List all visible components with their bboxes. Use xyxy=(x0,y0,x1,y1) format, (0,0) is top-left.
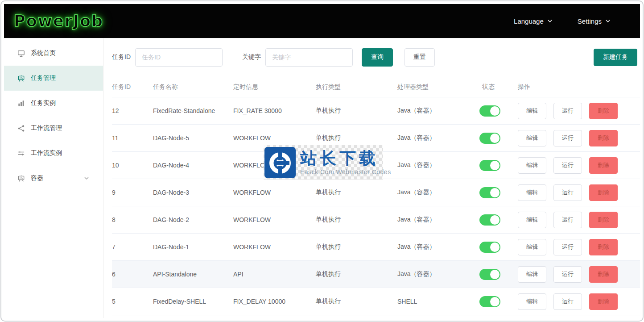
col-header-job-id: 任务ID xyxy=(112,83,153,91)
run-button[interactable]: 运行 xyxy=(553,212,582,228)
toggle-knob xyxy=(490,134,500,143)
new-job-button[interactable]: 新建任务 xyxy=(594,49,637,66)
toggle-knob xyxy=(490,161,500,170)
monitor-icon xyxy=(17,50,25,57)
language-label: Language xyxy=(514,17,544,25)
cell-job-name: DAG-Node-4 xyxy=(153,162,233,169)
sidebar-item-label: 任务实例 xyxy=(31,99,56,107)
chevron-down-icon xyxy=(84,176,89,181)
table-row: 12 FixedRate-Standalone FIX_RATE 30000 单… xyxy=(112,97,640,125)
cell-job-id: 6 xyxy=(112,271,153,278)
cell-exec-type: 单机执行 xyxy=(316,107,397,115)
col-header-status: 状态 xyxy=(482,83,518,91)
status-toggle[interactable] xyxy=(479,296,500,307)
delete-button[interactable]: 删除 xyxy=(589,212,618,228)
edit-button[interactable]: 编辑 xyxy=(518,212,546,228)
cell-exec-type: 单机执行 xyxy=(316,188,397,197)
cell-schedule: WORKFLOW xyxy=(233,243,316,251)
sidebar-item-home[interactable]: 系统首页 xyxy=(4,41,103,66)
delete-button[interactable]: 删除 xyxy=(589,239,618,255)
run-button[interactable]: 运行 xyxy=(553,293,582,310)
edit-button[interactable]: 编辑 xyxy=(518,130,546,146)
status-toggle[interactable] xyxy=(479,105,500,117)
sidebar-item-job-instances[interactable]: 任务实例 xyxy=(4,91,103,116)
top-header: PowerJob Language Settings xyxy=(4,4,640,38)
powerjob-logo: PowerJob xyxy=(14,12,103,30)
cell-processor-type: Java（容器） xyxy=(397,161,482,169)
sidebar-item-job-management[interactable]: 任务管理 xyxy=(4,66,103,91)
sidebar-item-label: 工作流管理 xyxy=(31,124,62,132)
cell-job-name: DAG-Node-1 xyxy=(153,243,233,251)
toggle-knob xyxy=(490,243,500,252)
cell-job-id: 12 xyxy=(112,107,153,114)
sidebar-item-workflow-instances[interactable]: 工作流实例 xyxy=(4,141,103,166)
settings-menu[interactable]: Settings xyxy=(578,17,611,25)
status-toggle[interactable] xyxy=(479,133,500,144)
table-row: 7 DAG-Node-1 WORKFLOW 单机执行 Java（容器） 编辑 运… xyxy=(112,234,640,261)
delete-button[interactable]: 删除 xyxy=(589,184,618,201)
cell-job-name: DAG-Node-3 xyxy=(153,189,233,196)
delete-button[interactable]: 删除 xyxy=(589,266,618,283)
job-id-label: 任务ID xyxy=(112,53,131,61)
run-button[interactable]: 运行 xyxy=(553,103,582,119)
cell-schedule: WORKFLOW xyxy=(233,189,316,196)
col-header-actions: 操作 xyxy=(518,83,640,91)
toggle-knob xyxy=(490,270,500,279)
delete-button[interactable]: 删除 xyxy=(589,293,618,310)
cell-processor-type: Java（容器） xyxy=(397,134,482,142)
cell-schedule: FIX_RATE 30000 xyxy=(233,107,316,114)
status-toggle[interactable] xyxy=(479,187,500,198)
edit-button[interactable]: 编辑 xyxy=(518,184,546,201)
query-button[interactable]: 查询 xyxy=(362,48,393,67)
watermark-subtitle: Easck.Com Webmaster Codes xyxy=(300,168,391,176)
chevron-down-icon xyxy=(547,18,553,24)
cell-job-id: 11 xyxy=(112,134,153,142)
col-header-job-name: 任务名称 xyxy=(153,83,233,91)
watermark: 站长下载 Easck.Com Webmaster Codes xyxy=(264,145,383,180)
edit-button[interactable]: 编辑 xyxy=(518,103,546,119)
sidebar-item-label: 容器 xyxy=(31,174,43,182)
delete-button[interactable]: 删除 xyxy=(589,157,618,174)
run-button[interactable]: 运行 xyxy=(553,130,582,146)
run-button[interactable]: 运行 xyxy=(553,184,582,201)
run-button[interactable]: 运行 xyxy=(553,239,582,255)
sidebar-item-container[interactable]: 容器 xyxy=(4,166,103,191)
jobs-table: 任务ID 任务名称 定时信息 执行类型 处理器类型 状态 操作 12 Fixed… xyxy=(112,77,640,315)
col-header-exec-type: 执行类型 xyxy=(316,83,397,91)
toggle-knob xyxy=(490,106,500,116)
cell-processor-type: Java（容器） xyxy=(397,188,482,197)
run-button[interactable]: 运行 xyxy=(553,266,582,283)
keyword-input[interactable] xyxy=(265,48,353,67)
board-icon xyxy=(17,75,25,82)
status-toggle[interactable] xyxy=(479,242,500,253)
language-menu[interactable]: Language xyxy=(514,17,553,25)
toggle-knob xyxy=(490,188,500,197)
cell-job-id: 9 xyxy=(112,189,153,196)
table-row: 8 DAG-Node-2 WORKFLOW 单机执行 Java（容器） 编辑 运… xyxy=(112,206,640,234)
sidebar-item-label: 工作流实例 xyxy=(31,149,62,157)
edit-button[interactable]: 编辑 xyxy=(518,266,546,283)
job-id-input[interactable] xyxy=(135,48,223,67)
status-toggle[interactable] xyxy=(479,214,500,226)
run-button[interactable]: 运行 xyxy=(553,157,582,174)
cell-schedule: API xyxy=(233,271,316,278)
cell-job-name: DAG-Node-2 xyxy=(153,216,233,223)
easck-logo-icon xyxy=(264,147,296,178)
edit-button[interactable]: 编辑 xyxy=(518,239,546,255)
edit-button[interactable]: 编辑 xyxy=(518,293,546,310)
delete-button[interactable]: 删除 xyxy=(589,103,618,119)
share-icon xyxy=(17,125,25,132)
cell-exec-type: 单机执行 xyxy=(316,297,397,305)
status-toggle[interactable] xyxy=(479,160,500,171)
toggle-knob xyxy=(490,215,500,225)
cell-processor-type: Java（容器） xyxy=(397,243,482,251)
reset-button[interactable]: 重置 xyxy=(405,48,435,67)
status-toggle[interactable] xyxy=(479,269,500,280)
table-body: 12 FixedRate-Standalone FIX_RATE 30000 单… xyxy=(112,97,640,315)
cell-exec-type: 单机执行 xyxy=(316,216,397,224)
table-row: 6 API-Standalone API 单机执行 Java（容器） 编辑 运行… xyxy=(112,261,640,288)
delete-button[interactable]: 删除 xyxy=(589,130,618,146)
search-toolbar: 任务ID 关键字 查询 重置 新建任务 xyxy=(112,48,637,67)
edit-button[interactable]: 编辑 xyxy=(518,157,546,174)
sidebar-item-workflow-management[interactable]: 工作流管理 xyxy=(4,116,103,141)
